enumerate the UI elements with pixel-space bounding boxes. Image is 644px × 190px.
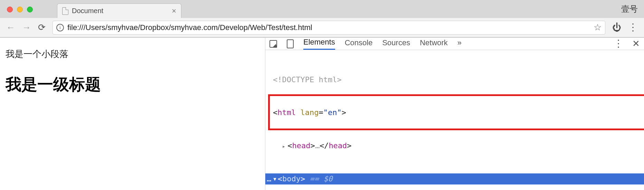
html-open-line[interactable]: <html lang="en"> xyxy=(265,107,644,118)
browser-tab[interactable]: Document × xyxy=(57,3,181,18)
head-line[interactable]: <head>…</head> xyxy=(265,140,644,151)
tab-strip: Document × 壹号 xyxy=(0,0,644,18)
reload-button[interactable]: ⟳ xyxy=(38,22,46,33)
tab-overflow[interactable]: » xyxy=(457,38,462,49)
address-bar: ← → ⟳ i file:///Users/smyhvae/Dropbox/sm… xyxy=(0,18,644,37)
file-icon xyxy=(62,7,68,15)
page-paragraph: 我是一个小段落 xyxy=(6,48,259,60)
profile-name[interactable]: 壹号 xyxy=(621,3,638,15)
bookmark-star-icon[interactable]: ☆ xyxy=(594,22,602,33)
tab-elements[interactable]: Elements xyxy=(303,38,335,50)
browser-chrome: Document × 壹号 ← → ⟳ i file:///Users/smyh… xyxy=(0,0,644,38)
window-fullscreen-button[interactable] xyxy=(27,7,33,12)
window-close-button[interactable] xyxy=(7,7,13,12)
browser-menu-button[interactable]: ⋮ xyxy=(628,26,638,29)
tab-close-button[interactable]: × xyxy=(172,7,176,15)
url-text: file:///Users/smyhvae/Dropbox/smyhvae.co… xyxy=(67,23,590,32)
tab-network[interactable]: Network xyxy=(420,38,448,49)
page-viewport: 我是一个小段落 我是一级标题 xyxy=(0,38,265,190)
window-minimize-button[interactable] xyxy=(17,7,23,12)
body-line-selected[interactable]: …▼<body> == $0 xyxy=(265,173,644,184)
device-toolbar-icon[interactable] xyxy=(287,39,294,48)
nav-back-button[interactable]: ← xyxy=(6,22,15,33)
url-box[interactable]: i file:///Users/smyhvae/Dropbox/smyhvae.… xyxy=(53,21,605,35)
page-h1: 我是一级标题 xyxy=(6,74,259,95)
site-info-icon[interactable]: i xyxy=(56,24,64,31)
tab-title: Document xyxy=(72,7,103,15)
devtools-close-button[interactable]: ✕ xyxy=(632,38,640,49)
power-icon[interactable]: ⏻ xyxy=(612,22,621,33)
window-traffic-lights xyxy=(7,7,33,12)
content-split: 我是一个小段落 我是一级标题 Elements Console Sources … xyxy=(0,38,644,190)
devtools-menu-button[interactable]: ⋮ xyxy=(614,42,623,45)
devtools-panel: Elements Console Sources Network » ⋮ ✕ <… xyxy=(265,38,644,190)
nav-forward-button[interactable]: → xyxy=(22,22,31,33)
inspect-element-icon[interactable] xyxy=(269,40,277,48)
devtools-tab-bar: Elements Console Sources Network » ⋮ ✕ xyxy=(265,38,644,50)
tab-sources[interactable]: Sources xyxy=(382,38,410,49)
elements-tree[interactable]: <!DOCTYPE html> <html lang="en"> <head>…… xyxy=(265,50,644,190)
tab-console[interactable]: Console xyxy=(345,38,373,49)
doctype-line: <!DOCTYPE html> xyxy=(273,75,342,84)
